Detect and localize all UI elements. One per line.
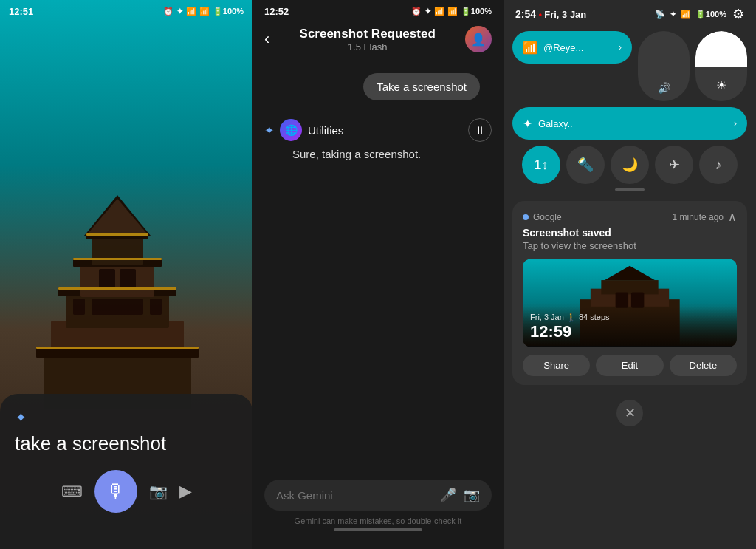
camera-small-button[interactable]: 📷 (464, 487, 480, 503)
wifi-status-icon: 📡 (655, 10, 665, 19)
pause-button[interactable]: ⏸ (468, 118, 492, 142)
preview-overlay: Fri, 3 Jan 🚶 84 steps 12:59 (523, 307, 737, 347)
svg-rect-16 (86, 233, 148, 236)
qs-icon-1: 1↕ (534, 157, 548, 173)
dismiss-button[interactable]: ✕ (616, 400, 643, 426)
bluetooth-icon: ✦ (176, 7, 183, 16)
panel-voice-assistant: 12:51 ⏰ ✦ 📶 📶 🔋100% ✦ take a screenshot … (0, 0, 252, 549)
bluetooth-tile[interactable]: ✦ Galaxy.. › (512, 107, 747, 140)
status-bar-panel1: 12:51 ⏰ ✦ 📶 📶 🔋100% (9, 6, 244, 17)
svg-marker-10 (88, 199, 147, 233)
qs-divider (615, 188, 645, 191)
gemini-star-icon: ✦ (15, 409, 238, 426)
qs-small-tiles-row: 1↕ 🔦 🌙 ✈ ♪ (504, 146, 756, 184)
brightness-icon: ☀ (716, 78, 726, 92)
notification-actions: Share Edit Delete (523, 355, 737, 376)
qs-tile-1[interactable]: 1↕ (522, 146, 560, 184)
camera-input-button[interactable]: 📷 (149, 482, 168, 500)
avatar: 👤 (465, 26, 492, 52)
status-date-p3: Fri, 3 Jan (544, 9, 586, 20)
wifi-tile-icon: 📶 (523, 41, 537, 55)
settings-gear-button[interactable]: ⚙ (732, 6, 744, 22)
share-button[interactable]: Share (523, 355, 590, 376)
back-button[interactable]: ‹ (264, 30, 269, 49)
wifi-chevron-icon: › (619, 42, 622, 52)
header-text: Screenshot Requested 1.5 Flash (278, 27, 456, 52)
dark-pill-top[interactable]: 🔊 (638, 31, 690, 101)
mic-small-button[interactable]: 🎤 (440, 487, 456, 503)
svg-rect-19 (36, 347, 199, 349)
voice-overlay: ✦ take a screenshot ⌨ 🎙 📷 ▶ (0, 394, 252, 549)
battery-icon-p2: 🔋100% (461, 7, 492, 16)
qs-row-1: 📶 @Reye... › 🔊 ☀ (512, 31, 747, 101)
chat-header: ‹ Screenshot Requested 1.5 Flash 👤 (252, 23, 504, 61)
wifi-tile[interactable]: 📶 @Reye... › (512, 31, 632, 64)
user-message-bubble: Take a screenshot (363, 73, 480, 100)
ask-gemini-input[interactable] (276, 489, 433, 502)
chat-area: Take a screenshot ✦ 🌐 Utilities ⏸ Sure, … (252, 61, 504, 471)
edit-button[interactable]: Edit (596, 355, 663, 376)
brightness-pill[interactable]: ☀ (695, 31, 747, 101)
qs-tile-5[interactable]: ♪ (699, 146, 738, 184)
qs-tile-2[interactable]: 🔦 (566, 146, 605, 184)
battery-icon: 🔋100% (213, 7, 244, 16)
dark-pill-icon: 🔊 (658, 82, 670, 94)
alarm-icon: ⏰ (163, 7, 173, 16)
notification-timestamp: 1 minute ago (673, 212, 724, 222)
notification-app-name: Google (533, 212, 668, 222)
chat-subtitle: 1.5 Flash (278, 41, 456, 52)
status-bar-panel3: 2:54 • Fri, 3 Jan 📡 ✦ 📶 🔋100% ⚙ (504, 0, 756, 25)
utilities-label: Utilities (308, 124, 343, 137)
signal-status-icon: 📶 (681, 10, 691, 19)
panel-gemini-chat: 12:52 ⏰ ✦ 📶 📶 🔋100% ‹ Screenshot Request… (252, 0, 504, 549)
quick-settings-grid: 📶 @Reye... › 🔊 ☀ ✦ Galaxy.. › (504, 25, 756, 146)
notification-title: Screenshot saved (523, 227, 737, 239)
bottom-input-area: 🎤 📷 Gemini can make mistakes, so double-… (252, 471, 504, 549)
qs-icon-4: ✈ (669, 157, 680, 173)
qs-icon-5: ♪ (715, 157, 722, 173)
response-header: ✦ 🌐 Utilities ⏸ (264, 118, 492, 142)
svg-rect-23 (601, 280, 658, 294)
castle-illustration (29, 173, 206, 412)
camera-icon: 📷 (149, 482, 168, 500)
microphone-button[interactable]: 🎙 (94, 470, 137, 513)
svg-rect-5 (80, 262, 154, 297)
voice-recognized-text: take a screenshot (15, 432, 238, 455)
status-time-p3: 2:54 (515, 8, 536, 20)
response-text: Sure, taking a screenshot. (264, 148, 492, 160)
battery-status-icon: 🔋100% (695, 10, 726, 19)
notification-header: Google 1 minute ago ∧ (523, 210, 737, 224)
qs-tile-4[interactable]: ✈ (655, 146, 693, 184)
home-indicator-p2 (334, 528, 422, 531)
status-icons-p2: ⏰ ✦ 📶 📶 🔋100% (411, 7, 492, 16)
keyboard-toggle-button[interactable]: ⌨ (61, 482, 83, 500)
sparkle-icon: ✦ (264, 123, 274, 137)
notification-expand-button[interactable]: ∧ (728, 210, 737, 224)
bluetooth-status-icon: ✦ (670, 10, 676, 19)
voice-controls-bar: ⌨ 🎙 📷 ▶ (15, 470, 238, 513)
svg-rect-14 (150, 299, 162, 315)
screenshot-preview-image[interactable]: Fri, 3 Jan 🚶 84 steps 12:59 (523, 259, 737, 347)
ask-gemini-bar[interactable]: 🎤 📷 (264, 480, 492, 511)
mic-small-icon: 🎤 (440, 488, 456, 502)
screenshot-notification-card[interactable]: Google 1 minute ago ∧ Screenshot saved T… (512, 201, 747, 385)
panel-quick-settings: 2:54 • Fri, 3 Jan 📡 ✦ 📶 🔋100% ⚙ 📶 @Reye.… (504, 0, 756, 549)
camera-small-icon: 📷 (464, 488, 480, 502)
status-time-p1: 12:51 (9, 6, 33, 17)
qs-tile-3[interactable]: 🌙 (611, 146, 649, 184)
bluetooth-icon-p2: ✦ (425, 7, 431, 16)
svg-rect-11 (99, 269, 115, 290)
delete-button[interactable]: Delete (670, 355, 737, 376)
send-button[interactable]: ▶ (179, 482, 192, 501)
svg-rect-12 (120, 269, 136, 290)
keyboard-icon: ⌨ (61, 482, 83, 500)
brightness-fill (695, 31, 747, 67)
wifi-icon-p2: 📶 (434, 7, 444, 16)
bluetooth-chevron-icon: › (734, 118, 737, 129)
status-bar-panel2: 12:52 ⏰ ✦ 📶 📶 🔋100% (252, 0, 504, 23)
bluetooth-label: Galaxy.. (538, 118, 728, 129)
chat-title: Screenshot Requested (278, 27, 456, 41)
right-pill-column: 🔊 ☀ (638, 31, 747, 101)
signal-icon-p2: 📶 (447, 7, 458, 16)
bluetooth-tile-icon: ✦ (523, 117, 532, 131)
